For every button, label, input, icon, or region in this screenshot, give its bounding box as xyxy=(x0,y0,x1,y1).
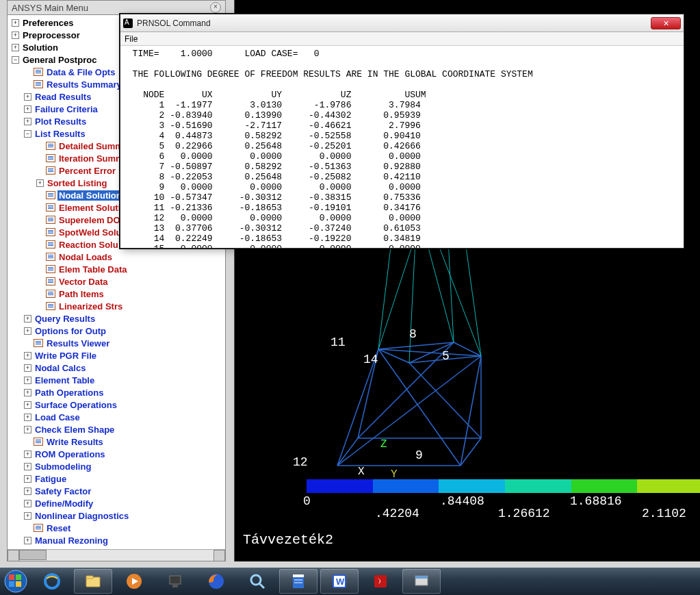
collapse-icon[interactable]: − xyxy=(12,56,19,64)
expand-icon[interactable]: + xyxy=(24,93,31,101)
tree-item-label: Reaction Solu xyxy=(57,240,120,250)
taskbar[interactable]: W xyxy=(0,568,700,595)
expand-icon[interactable]: + xyxy=(24,426,31,433)
document-icon xyxy=(46,240,55,249)
prnsol-menubar[interactable]: File xyxy=(120,32,684,46)
document-icon xyxy=(46,154,55,162)
expand-icon[interactable]: + xyxy=(24,352,31,359)
start-button[interactable] xyxy=(0,568,31,595)
tree-item[interactable]: Elem Table Data xyxy=(8,263,225,275)
tree-item[interactable]: Path Items xyxy=(8,288,225,300)
tree-item[interactable]: Vector Data xyxy=(8,275,225,288)
expand-icon[interactable]: + xyxy=(36,179,44,187)
expand-icon[interactable]: + xyxy=(24,118,31,125)
expand-icon[interactable]: + xyxy=(24,401,31,409)
tree-item[interactable]: +Check Elem Shape xyxy=(8,423,225,435)
collapse-icon[interactable]: − xyxy=(24,130,31,138)
tree-item[interactable]: +Submodeling xyxy=(8,460,225,472)
tree-item[interactable]: +Nonlinear Diagnostics xyxy=(8,509,225,522)
expander-spacer xyxy=(24,81,31,88)
main-menu-close-icon[interactable]: × xyxy=(210,2,221,13)
expand-icon[interactable]: + xyxy=(24,389,31,396)
document-icon xyxy=(34,524,43,532)
tree-item-label: Surface Operations xyxy=(34,400,118,410)
colorbar-value-3: 1.26612 xyxy=(498,507,550,520)
tree-item[interactable]: Nodal Loads xyxy=(8,251,225,263)
taskbar-firefox-icon[interactable] xyxy=(197,569,235,594)
svg-rect-49 xyxy=(415,576,428,579)
prnsol-menu-file[interactable]: File xyxy=(125,34,138,44)
tree-item[interactable]: +Surface Operations xyxy=(8,398,225,411)
expander-spacer xyxy=(36,278,44,286)
scroll-track[interactable] xyxy=(19,550,213,561)
tree-item-label: Reset xyxy=(45,523,72,533)
taskbar-explorer-icon[interactable] xyxy=(74,569,112,594)
expander-spacer xyxy=(36,290,44,298)
expand-icon[interactable]: + xyxy=(24,377,31,384)
taskbar-pc-icon[interactable] xyxy=(156,569,194,594)
tree-item[interactable]: +Options for Outp xyxy=(8,325,225,337)
expand-icon[interactable]: + xyxy=(24,475,31,483)
prnsol-output[interactable]: TIME= 1.0000 LOAD CASE= 0 THE FOLLOWING … xyxy=(120,46,684,248)
prnsol-titlebar[interactable]: PRNSOL Command ✕ xyxy=(120,14,684,32)
prnsol-window[interactable]: PRNSOL Command ✕ File TIME= 1.0000 LOAD … xyxy=(120,14,684,249)
tree-item-label: Nodal Loads xyxy=(57,252,114,262)
scroll-right-arrow-icon[interactable] xyxy=(213,550,225,561)
tree-item-label: Submodeling xyxy=(34,461,92,472)
svg-line-40 xyxy=(259,583,264,588)
tree-item[interactable]: +Write PGR File xyxy=(8,349,225,362)
tree-item-label: Preferences xyxy=(21,18,75,28)
taskbar-acrobat-icon[interactable] xyxy=(361,569,400,594)
svg-line-4 xyxy=(337,349,378,466)
taskbar-magnifier-icon[interactable] xyxy=(238,569,276,594)
taskbar-notepad-icon[interactable] xyxy=(279,569,317,594)
tree-item[interactable]: +Query Results xyxy=(8,312,225,325)
tree-item[interactable]: Results Viewer xyxy=(8,337,225,349)
expand-icon[interactable]: + xyxy=(24,315,31,322)
expand-icon[interactable]: + xyxy=(12,31,19,39)
svg-rect-36 xyxy=(170,576,181,584)
tree-item[interactable]: +Load Case xyxy=(8,411,225,423)
tree-item[interactable]: +Safety Factor xyxy=(8,485,225,497)
expand-icon[interactable]: + xyxy=(24,414,31,421)
tree-item-label: Results Summary xyxy=(45,79,123,90)
svg-rect-37 xyxy=(172,585,178,587)
tree-item[interactable]: +Element Table xyxy=(8,374,225,386)
taskbar-wmp-icon[interactable] xyxy=(115,569,153,594)
scroll-left-arrow-icon[interactable] xyxy=(8,550,19,561)
document-icon xyxy=(46,277,55,286)
expand-icon[interactable]: + xyxy=(24,463,31,470)
tree-item[interactable]: +Define/Modify xyxy=(8,497,225,509)
document-icon xyxy=(34,68,43,76)
expand-icon[interactable]: + xyxy=(24,512,31,520)
taskbar-app-icon[interactable] xyxy=(402,569,441,594)
expand-icon[interactable]: + xyxy=(24,451,31,458)
document-icon xyxy=(46,142,55,150)
tree-item[interactable]: +ROM Operations xyxy=(8,448,225,460)
tree-horizontal-scrollbar[interactable] xyxy=(8,549,225,561)
taskbar-word-icon[interactable]: W xyxy=(320,569,359,594)
tree-item[interactable]: +Manual Rezoning xyxy=(8,534,225,546)
svg-rect-30 xyxy=(16,581,21,587)
tree-item[interactable]: Linearized Strs xyxy=(8,300,225,312)
expand-icon[interactable]: + xyxy=(24,537,31,544)
expand-icon[interactable]: + xyxy=(24,488,31,495)
scroll-thumb[interactable] xyxy=(19,550,47,560)
tree-item[interactable]: Write Results xyxy=(8,435,225,448)
svg-line-17 xyxy=(409,363,481,438)
tree-item[interactable]: +Nodal Calcs xyxy=(8,362,225,374)
expand-icon[interactable]: + xyxy=(24,327,31,335)
expand-icon[interactable]: + xyxy=(12,19,19,27)
taskbar-ie-icon[interactable] xyxy=(33,569,71,594)
svg-rect-27 xyxy=(9,574,14,580)
tree-item-label: Path Operations xyxy=(34,388,105,398)
expand-icon[interactable]: + xyxy=(24,364,31,372)
expand-icon[interactable]: + xyxy=(12,44,19,51)
taskbar-tray[interactable] xyxy=(447,568,700,595)
prnsol-close-button[interactable]: ✕ xyxy=(651,17,681,29)
tree-item[interactable]: +Path Operations xyxy=(8,386,225,398)
expand-icon[interactable]: + xyxy=(24,500,31,507)
tree-item[interactable]: +Fatigue xyxy=(8,472,225,485)
expand-icon[interactable]: + xyxy=(24,105,31,113)
tree-item[interactable]: Reset xyxy=(8,522,225,534)
